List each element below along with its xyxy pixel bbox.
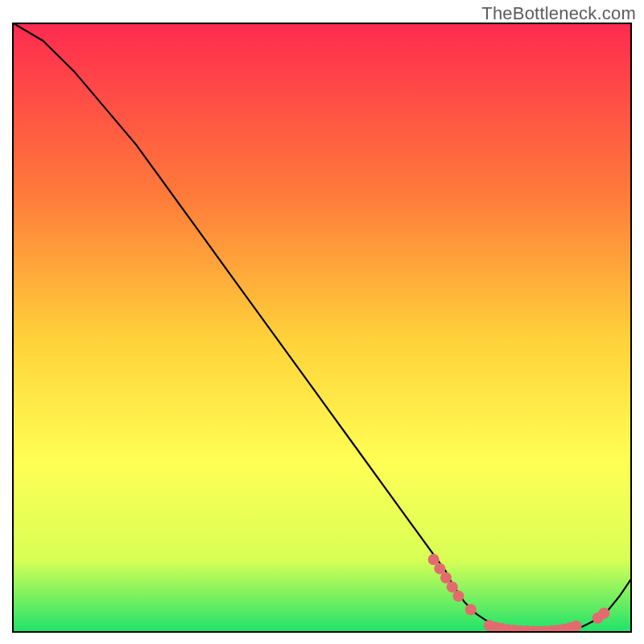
marker-point — [428, 554, 440, 565]
marker-point — [440, 572, 452, 584]
marker-point — [447, 581, 458, 592]
chart-svg — [12, 23, 632, 633]
gradient-background — [12, 23, 632, 633]
marker-point — [452, 591, 464, 602]
chart-container: TheBottleneck.com — [0, 0, 644, 644]
marker-point — [571, 621, 582, 632]
marker-point — [434, 563, 445, 574]
marker-point — [465, 604, 477, 615]
plot-area — [12, 23, 632, 633]
marker-point — [598, 608, 609, 619]
watermark-text: TheBottleneck.com — [481, 3, 636, 24]
